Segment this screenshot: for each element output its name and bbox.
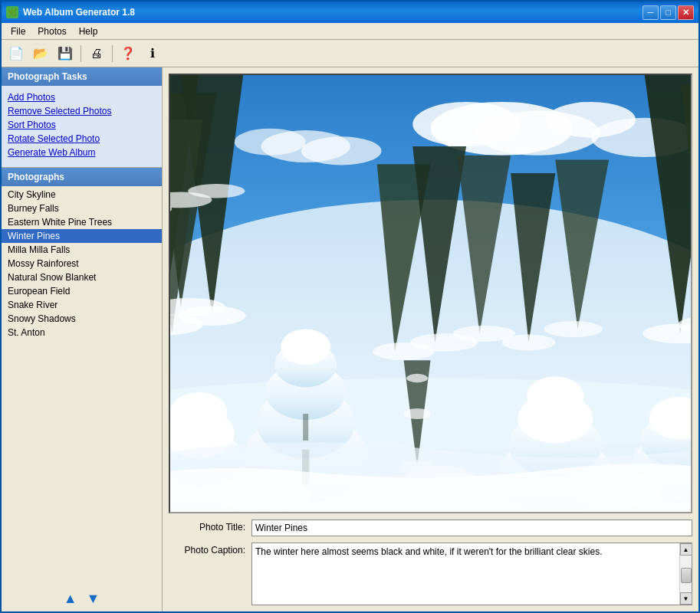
minimize-button[interactable]: ─: [642, 5, 659, 20]
photo-list: City Skyline Burney Falls Eastern White …: [2, 186, 162, 341]
caption-wrapper: ▲ ▼: [251, 543, 692, 605]
help-button[interactable]: ❓: [117, 43, 140, 64]
photo-display: [169, 74, 692, 513]
toolbar: 📄 📂 💾 🖨 ❓ ℹ: [2, 40, 698, 67]
open-icon: 📂: [33, 46, 48, 61]
maximize-button[interactable]: □: [660, 5, 676, 20]
menu-bar: File Photos Help: [2, 23, 698, 40]
app-icon: 🌿: [6, 6, 18, 18]
caption-scrollbar[interactable]: ▲ ▼: [679, 543, 692, 605]
list-item[interactable]: Snake River: [2, 298, 162, 312]
caption-row: Photo Caption: ▲ ▼: [169, 543, 692, 605]
save-icon: 💾: [58, 46, 73, 61]
list-navigation: ▲ ▼: [2, 586, 162, 611]
info-icon: ℹ: [150, 46, 155, 61]
svg-point-49: [170, 392, 227, 431]
menu-help[interactable]: Help: [73, 25, 104, 38]
caption-input[interactable]: [252, 543, 679, 605]
window-title: Web Album Generator 1.8: [23, 7, 642, 18]
list-item[interactable]: Eastern White Pine Trees: [2, 215, 162, 229]
right-panel: Photo Title: Photo Caption: ▲ ▼: [163, 67, 698, 611]
generate-album-link[interactable]: Generate Web Album: [8, 147, 156, 158]
title-label: Photo Title:: [169, 520, 245, 533]
title-input[interactable]: [251, 520, 692, 536]
svg-point-35: [544, 321, 603, 337]
list-item-selected[interactable]: Winter Pines: [2, 229, 162, 243]
svg-point-34: [502, 335, 556, 351]
tasks-header: Photograph Tasks: [2, 67, 162, 86]
svg-point-7: [235, 129, 306, 156]
new-icon: 📄: [8, 46, 24, 61]
list-down-arrow[interactable]: ▼: [87, 591, 100, 607]
menu-photos[interactable]: Photos: [31, 25, 72, 38]
svg-point-64: [285, 330, 317, 352]
caption-label: Photo Caption:: [169, 543, 245, 556]
sort-photos-link[interactable]: Sort Photos: [8, 120, 156, 130]
print-button[interactable]: 🖨: [85, 43, 108, 64]
info-button[interactable]: ℹ: [141, 43, 164, 64]
list-item[interactable]: Snowy Shadows: [2, 312, 162, 326]
svg-point-16: [178, 306, 245, 326]
svg-point-8: [301, 136, 382, 165]
scroll-thumb[interactable]: [681, 568, 692, 583]
scroll-down-arrow[interactable]: ▼: [680, 592, 692, 605]
new-button[interactable]: 📄: [5, 43, 28, 64]
left-panel: Photograph Tasks Add Photos Remove Selec…: [2, 67, 163, 611]
menu-file[interactable]: File: [5, 25, 31, 38]
svg-point-65: [537, 382, 565, 400]
list-item[interactable]: Natural Snow Blanket: [2, 270, 162, 284]
list-item[interactable]: Milla Milla Falls: [2, 243, 162, 257]
task-list: Add Photos Remove Selected Photos Sort P…: [2, 86, 162, 168]
title-bar: 🌿 Web Album Generator 1.8 ─ □ ✕: [2, 2, 698, 23]
save-button[interactable]: 💾: [54, 43, 77, 64]
svg-point-63: [406, 374, 428, 383]
svg-rect-45: [303, 414, 308, 441]
remove-photos-link[interactable]: Remove Selected Photos: [8, 106, 156, 116]
svg-point-19: [188, 184, 245, 198]
list-item[interactable]: City Skyline: [2, 188, 162, 202]
list-item[interactable]: European Field: [2, 284, 162, 298]
toolbar-separator-1: [81, 45, 81, 62]
add-photos-link[interactable]: Add Photos: [8, 92, 156, 103]
photo-image: [170, 75, 691, 512]
scroll-up-arrow[interactable]: ▲: [680, 543, 692, 556]
help-icon: ❓: [120, 46, 136, 61]
main-content: Photograph Tasks Add Photos Remove Selec…: [2, 67, 698, 611]
list-item[interactable]: Mossy Rainforest: [2, 257, 162, 270]
open-button[interactable]: 📂: [29, 43, 52, 64]
list-up-arrow[interactable]: ▲: [64, 591, 77, 607]
svg-point-62: [404, 408, 431, 419]
photo-form: Photo Title: Photo Caption: ▲ ▼: [169, 520, 692, 605]
photos-header: Photographs: [2, 168, 162, 186]
toolbar-separator-2: [112, 45, 113, 62]
title-row: Photo Title:: [169, 520, 692, 536]
close-button[interactable]: ✕: [678, 5, 694, 20]
window-controls: ─ □ ✕: [642, 5, 694, 20]
list-item[interactable]: Burney Falls: [2, 202, 162, 215]
main-window: 🌿 Web Album Generator 1.8 ─ □ ✕ File Pho…: [0, 0, 700, 613]
photos-section: Photographs City Skyline Burney Falls Ea…: [2, 168, 162, 586]
rotate-photo-link[interactable]: Rotate Selected Photo: [8, 133, 156, 144]
print-icon: 🖨: [90, 47, 103, 61]
list-item[interactable]: St. Anton: [2, 326, 162, 339]
